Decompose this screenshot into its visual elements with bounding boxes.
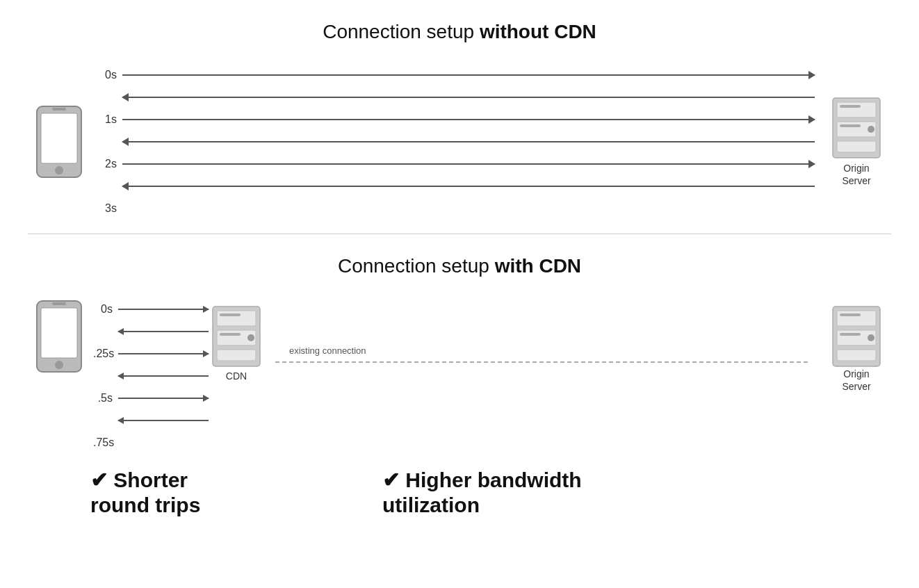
cdn-phone-icon bbox=[28, 298, 90, 375]
cdn-phone-svg bbox=[34, 298, 84, 375]
cdn-middle: existing connection bbox=[261, 298, 822, 409]
cdn-arrow-25-left bbox=[118, 375, 209, 377]
existing-connection-label: existing connection bbox=[289, 345, 366, 356]
cdn-arrow-5-right bbox=[118, 398, 209, 399]
cdn-right-origin-server: OriginServer bbox=[822, 305, 891, 393]
svg-rect-28 bbox=[840, 333, 861, 336]
time-3s: 3s bbox=[97, 202, 122, 215]
svg-rect-27 bbox=[840, 313, 861, 316]
svg-point-14 bbox=[55, 361, 63, 369]
svg-rect-13 bbox=[52, 302, 66, 305]
svg-rect-20 bbox=[220, 313, 241, 316]
svg-rect-18 bbox=[217, 350, 256, 361]
cdn-arrow-5-left bbox=[118, 420, 209, 421]
cdn-time-75: .75s bbox=[93, 436, 118, 449]
cdn-row-75: .75s bbox=[93, 432, 209, 454]
cdn-time-25: .25s bbox=[93, 348, 118, 360]
timeline-row-1-return: 1s bbox=[97, 131, 815, 153]
cdn-row-5: .5s bbox=[93, 387, 209, 409]
top-server-label: OriginServer bbox=[842, 162, 870, 187]
top-section: Connection setup without CDN 0s bbox=[0, 0, 919, 234]
svg-rect-21 bbox=[220, 333, 241, 336]
svg-rect-2 bbox=[52, 108, 66, 111]
svg-point-8 bbox=[868, 126, 875, 133]
arrow-2s-right bbox=[122, 163, 815, 165]
svg-rect-25 bbox=[837, 350, 876, 361]
svg-rect-1 bbox=[41, 113, 77, 163]
benefit-shorter-round-trips: ✔ Shorter round trips bbox=[90, 468, 382, 518]
arrow-0s-right bbox=[122, 74, 815, 76]
cdn-diagram-row: 0s 0s .25s .25s .5s bbox=[28, 298, 891, 454]
timeline-row-2: 2s bbox=[97, 153, 815, 175]
top-title: Connection setup without CDN bbox=[28, 21, 891, 43]
cdn-timeline: 0s 0s .25s .25s .5s bbox=[90, 298, 211, 454]
cdn-row-0: 0s bbox=[93, 298, 209, 320]
phone-icon bbox=[28, 104, 90, 180]
phone-svg bbox=[34, 104, 84, 180]
cdn-row-25: .25s bbox=[93, 343, 209, 365]
timeline-row-2-return: 2s bbox=[97, 175, 815, 197]
bottom-section: Connection setup with CDN 0s 0s bbox=[0, 234, 919, 532]
svg-point-19 bbox=[247, 334, 254, 341]
cdn-time-0: 0s bbox=[93, 303, 118, 316]
cdn-origin-server-label: OriginServer bbox=[842, 368, 870, 393]
top-origin-server: OriginServer bbox=[822, 97, 891, 187]
bottom-title: Connection setup with CDN bbox=[28, 255, 891, 277]
cdn-row-5-return: .5s bbox=[93, 409, 209, 432]
cdn-origin-server-svg bbox=[831, 305, 881, 368]
cdn-arrow-25-right bbox=[118, 353, 209, 354]
arrow-2s-left bbox=[122, 186, 815, 187]
svg-rect-7 bbox=[837, 141, 876, 152]
time-2s: 2s bbox=[97, 158, 122, 170]
svg-point-26 bbox=[868, 334, 875, 341]
time-1s: 1s bbox=[97, 113, 122, 126]
page: Connection setup without CDN 0s bbox=[0, 0, 919, 588]
svg-rect-23 bbox=[837, 311, 876, 326]
svg-rect-5 bbox=[837, 102, 876, 117]
server-svg-top bbox=[831, 97, 881, 159]
cdn-server-block: CDN bbox=[211, 305, 261, 382]
cdn-arrow-0-right bbox=[118, 309, 209, 310]
bottom-title-bold: with CDN bbox=[495, 255, 581, 277]
arrow-0s-left bbox=[122, 97, 815, 98]
cdn-label: CDN bbox=[226, 370, 247, 382]
benefit-higher-bandwidth: ✔ Higher bandwidth utilization bbox=[382, 468, 891, 518]
cdn-time-5: .5s bbox=[93, 392, 118, 405]
svg-rect-16 bbox=[217, 311, 256, 326]
svg-rect-12 bbox=[41, 308, 77, 358]
top-diagram-row: 0s 0s 1s 1s bbox=[28, 64, 891, 220]
top-title-bold: without CDN bbox=[480, 21, 596, 42]
svg-rect-10 bbox=[840, 124, 861, 127]
top-title-normal: Connection setup bbox=[323, 21, 480, 42]
time-0s: 0s bbox=[97, 69, 122, 81]
svg-rect-9 bbox=[840, 105, 861, 108]
dotted-connection-line bbox=[275, 361, 808, 363]
svg-point-3 bbox=[55, 166, 63, 174]
arrow-1s-left bbox=[122, 141, 815, 142]
cdn-server-svg bbox=[211, 305, 261, 368]
benefits-row: ✔ Shorter round trips ✔ Higher bandwidth… bbox=[28, 468, 891, 518]
timeline-row-0-return: 0s bbox=[97, 86, 815, 108]
bottom-title-normal: Connection setup bbox=[338, 255, 495, 277]
timeline-row-3: 3s bbox=[97, 197, 815, 220]
top-timeline: 0s 0s 1s 1s bbox=[90, 64, 822, 220]
cdn-row-25-return: .25s bbox=[93, 365, 209, 387]
cdn-row-0-return: 0s bbox=[93, 320, 209, 343]
timeline-row-1: 1s bbox=[97, 108, 815, 131]
cdn-arrow-0-left bbox=[118, 331, 209, 332]
timeline-row-0: 0s bbox=[97, 64, 815, 86]
arrow-1s-right bbox=[122, 119, 815, 120]
